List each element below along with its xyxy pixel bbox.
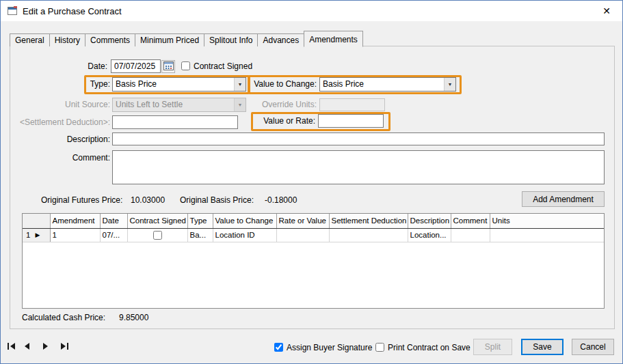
cell-description[interactable]: Location... [408,228,451,242]
column-header-units[interactable]: Units [490,214,605,228]
edit-purchase-contract-dialog: Edit a Purchase Contract ✕ General Histo… [0,0,623,364]
add-amendment-button[interactable]: Add Amendment [522,191,605,207]
cell-value-to-change[interactable]: Location ID [213,228,276,242]
column-header-date[interactable]: Date [100,214,127,228]
tab-general[interactable]: General [10,33,50,46]
original-futures-price-value: 10.03000 [131,195,165,205]
settlement-deduction-input[interactable] [112,115,238,129]
contract-signed-checkbox[interactable] [181,61,190,70]
column-header-settlement-deduction[interactable]: Settlement Deduction [329,214,408,228]
grid-row-1[interactable]: 1 ▶ 1 07/... Ba... Location ID [23,228,605,242]
cell-rate-or-value[interactable] [276,228,329,242]
column-header-type[interactable]: Type [187,214,213,228]
type-combobox[interactable]: Basis Price ▼ [112,77,246,92]
tab-minimum-priced[interactable]: Minimum Priced [135,33,204,46]
last-record-icon [59,341,68,352]
value-or-rate-label: Value or Rate: [254,116,315,126]
first-record-icon [8,341,16,352]
amendments-tab-panel: Date: Contract Signed Type: Basis Price … [10,46,615,329]
cell-settlement-deduction[interactable] [329,228,408,242]
column-header-rate-or-value[interactable]: Rate or Value [276,214,329,228]
calculated-cash-price-value: 9.85000 [119,313,148,322]
contract-signed-label: Contract Signed [194,61,252,71]
unit-source-combobox-value: Units Left to Settle [113,98,234,111]
original-basis-price-label: Original Basis Price: [180,195,254,205]
row-header[interactable]: 1 ▶ [23,228,50,242]
next-record-icon [42,341,49,352]
last-record-button[interactable] [57,340,70,352]
calendar-icon [163,61,174,72]
cancel-button[interactable]: Cancel [572,339,614,355]
dropdown-arrow-icon: ▼ [234,98,246,111]
previous-record-icon [23,341,30,352]
print-contract-on-save-label: Print Contract on Save [388,343,470,352]
column-header-value-to-change[interactable]: Value to Change [213,214,276,228]
cell-amendment[interactable]: 1 [50,228,100,242]
settlement-deduction-label: <Settlement Deduction>: [16,117,110,127]
assign-buyer-signature-label: Assign Buyer Signature [287,343,372,352]
next-record-button[interactable] [39,340,53,352]
override-units-input [319,98,385,111]
grid-header-row: Amendment Date Contract Signed Type Valu… [23,214,605,228]
cell-date[interactable]: 07/... [100,228,127,242]
first-record-button[interactable] [5,340,18,352]
titlebar[interactable]: Edit a Purchase Contract ✕ [1,1,622,21]
save-button[interactable]: Save [521,339,564,355]
unit-source-label: Unit Source: [38,100,110,109]
calendar-button[interactable] [161,60,175,73]
column-header-comment[interactable]: Comment [451,214,490,228]
column-header-amendment[interactable]: Amendment [50,214,100,228]
cell-units[interactable] [490,228,605,242]
close-button[interactable]: ✕ [599,4,614,18]
print-contract-on-save-checkbox[interactable] [375,343,384,352]
column-header-contract-signed[interactable]: Contract Signed [127,214,187,228]
amendments-grid: Amendment Date Contract Signed Type Valu… [22,213,605,309]
tab-splitout-info[interactable]: Splitout Info [204,33,258,46]
date-label: Date: [38,61,107,71]
split-button: Split [473,339,512,355]
description-input[interactable] [112,132,605,145]
tab-strip: General History Comments Minimum Priced … [10,31,362,46]
previous-record-button[interactable] [20,340,34,352]
description-label: Description: [38,135,110,144]
value-to-change-label: Value to Change: [251,79,317,89]
original-basis-price-value: -0.18000 [265,195,297,205]
cell-contract-signed-checkbox[interactable] [153,231,162,240]
dropdown-arrow-icon: ▼ [444,78,455,91]
cell-type[interactable]: Ba... [187,228,213,242]
calculated-cash-price-label: Calculated Cash Price: [22,313,105,322]
cell-contract-signed[interactable] [127,228,187,242]
row-number: 1 [26,231,30,239]
unit-source-combobox: Units Left to Settle ▼ [112,98,246,112]
column-header-description[interactable]: Description [408,214,451,228]
date-input[interactable] [111,59,161,73]
value-or-rate-input[interactable] [318,114,384,128]
cell-comment[interactable] [451,228,490,242]
dropdown-arrow-icon: ▼ [234,78,246,91]
grid-header-row-selector [23,214,50,228]
type-combobox-value: Basis Price [113,78,234,91]
value-to-change-combobox[interactable]: Basis Price ▼ [319,77,456,92]
tab-history[interactable]: History [49,33,85,46]
row-selector-icon: ▶ [35,232,40,238]
type-label: Type: [79,79,110,89]
value-to-change-combobox-value: Basis Price [320,78,444,91]
tab-comments[interactable]: Comments [85,33,135,46]
app-icon [7,5,18,16]
original-futures-price-label: Original Futures Price: [41,195,122,205]
comment-label: Comment: [38,153,110,163]
window-title: Edit a Purchase Contract [23,6,122,16]
tab-amendments[interactable]: Amendments [304,31,363,47]
override-units-label: Override Units: [251,100,317,109]
tab-advances[interactable]: Advances [257,33,304,46]
assign-buyer-signature-checkbox[interactable] [274,343,283,352]
comment-textarea[interactable] [112,150,605,184]
